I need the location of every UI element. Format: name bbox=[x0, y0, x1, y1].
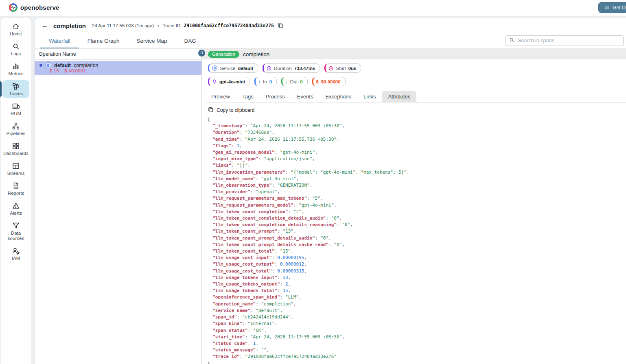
json-key: "llm_invocation_parameters" bbox=[207, 170, 285, 175]
json-key: "start_time" bbox=[207, 334, 245, 340]
json-comma: , bbox=[304, 262, 307, 267]
json-comma: , bbox=[312, 156, 315, 161]
chip-start: Start0us bbox=[324, 63, 361, 73]
sidebar-item-rum[interactable]: RUM bbox=[2, 100, 29, 118]
span-detail-header: Generation completion bbox=[202, 49, 626, 59]
detail-tab-links[interactable]: Links bbox=[357, 91, 382, 102]
json-comma: , bbox=[256, 341, 258, 346]
span-stats: Σ 15 $ <0.0001 bbox=[50, 68, 201, 73]
attribute-line: "status_code": 1, bbox=[207, 340, 626, 347]
table-icon bbox=[12, 162, 20, 170]
json-value: "gpt-4o-mini" bbox=[299, 203, 334, 208]
search-input[interactable] bbox=[517, 37, 620, 44]
copy-icon bbox=[278, 22, 283, 29]
json-colon: : bbox=[258, 156, 264, 161]
search-icon bbox=[509, 37, 514, 44]
json-key: "trace_id" bbox=[207, 354, 239, 359]
json-key: "openinference_span_kind" bbox=[207, 294, 280, 300]
tab-dag[interactable]: DAG bbox=[176, 33, 205, 48]
json-colon: : bbox=[245, 123, 250, 129]
json-comma: , bbox=[320, 196, 323, 201]
sidebar-item-traces[interactable]: Traces bbox=[2, 80, 29, 98]
json-value: "gpt-4o-mini" bbox=[261, 176, 296, 181]
panel-drag-handle[interactable] bbox=[198, 50, 205, 57]
json-value: "LLM" bbox=[285, 294, 299, 300]
json-colon: : bbox=[275, 262, 280, 267]
sidebar-item-streams[interactable]: Streams bbox=[2, 160, 29, 178]
sidebar-item-reports[interactable]: Reports bbox=[2, 180, 29, 198]
sidebar-item-logs[interactable]: Logs bbox=[2, 40, 29, 58]
detail-tab-exceptions[interactable]: Exceptions bbox=[319, 91, 357, 102]
detail-tab-process[interactable]: Process bbox=[260, 91, 291, 102]
json-colon: : bbox=[277, 275, 282, 280]
json-key: "span_kind" bbox=[207, 321, 242, 326]
detail-tab-events[interactable]: Events bbox=[291, 91, 320, 102]
search-icon bbox=[12, 42, 20, 50]
attribute-line: "gen_ai_response_model": "gpt-4o-mini", bbox=[207, 149, 626, 156]
json-colon: : bbox=[247, 328, 253, 333]
view-tabs-row: WaterfallFlame GraphService MapDAG bbox=[35, 33, 626, 49]
json-key: "llm_token_count_prompt_details_cache_re… bbox=[207, 242, 328, 247]
tab-flame-graph[interactable]: Flame Graph bbox=[79, 33, 128, 48]
attribute-line: "llm_observation_type": "GENERATION", bbox=[207, 182, 626, 189]
sidebar-item-metrics[interactable]: Metrics bbox=[2, 60, 29, 78]
attribute-line: "_timestamp": "Apr 24, 2026 11:17:55.003… bbox=[207, 123, 626, 129]
attribute-line: "llm_token_count_completion_details_audi… bbox=[207, 215, 626, 222]
json-comma: , bbox=[350, 222, 353, 227]
sidebar-item-dashboards[interactable]: Dashboards bbox=[2, 140, 29, 158]
json-colon: : bbox=[328, 242, 334, 247]
sidebar-item-alerts[interactable]: Alerts bbox=[2, 200, 29, 218]
json-colon: : bbox=[307, 196, 312, 201]
attribute-line: { bbox=[207, 116, 626, 123]
span-dot-icon bbox=[39, 64, 42, 67]
sidebar-item-label: RUM bbox=[11, 111, 21, 116]
attribute-line: } bbox=[207, 360, 626, 364]
json-comma: , bbox=[296, 176, 299, 181]
chip-label: Out bbox=[290, 79, 298, 84]
sidebar-item-iam[interactable]: IAM bbox=[2, 245, 29, 263]
copy-to-clipboard-button[interactable]: Copy to clipboard bbox=[208, 107, 254, 113]
attribute-line: "llm_usage_tokens_total": 15, bbox=[207, 288, 626, 294]
chip-value: 0 bbox=[300, 79, 302, 84]
funnel-icon bbox=[12, 222, 20, 230]
json-comma: , bbox=[291, 314, 293, 320]
brand-logo[interactable]: openobserve bbox=[9, 3, 59, 12]
json-key: "llm_usage_tokens_output" bbox=[207, 281, 280, 287]
json-colon: : bbox=[337, 222, 342, 227]
detail-tab-attributes[interactable]: Attributes bbox=[382, 91, 416, 102]
json-colon: : bbox=[280, 281, 285, 287]
json-value: "0" bbox=[331, 216, 339, 221]
json-value: "OK" bbox=[253, 328, 264, 333]
sidebar-item-label: Traces bbox=[9, 91, 23, 96]
span-row[interactable]: B default completion Σ 15 $ <0.0001 bbox=[35, 61, 201, 75]
attribute-line: "llm_usage_tokens_input": 13, bbox=[207, 275, 626, 281]
chip-label: Service bbox=[220, 66, 235, 71]
json-value: "gpt-4o-mini" bbox=[280, 150, 315, 155]
tab-waterfall[interactable]: Waterfall bbox=[40, 33, 79, 48]
back-button[interactable]: ← bbox=[40, 22, 50, 30]
detail-tab-tags[interactable]: Tags bbox=[236, 91, 259, 102]
sidebar-item-label: Dashboards bbox=[3, 151, 28, 156]
sidebar-item-label: Logs bbox=[11, 51, 21, 57]
panels: Operation Name B default completion Σ 15… bbox=[35, 49, 626, 364]
copy-trace-id-button[interactable] bbox=[278, 22, 283, 29]
json-colon: : bbox=[239, 130, 245, 135]
chip-value: default bbox=[238, 66, 253, 71]
trace-id-label: Trace ID: bbox=[162, 23, 182, 28]
document-icon bbox=[12, 182, 20, 190]
json-value: "0" bbox=[342, 222, 350, 227]
json-comma: , bbox=[342, 123, 345, 129]
json-value: "default" bbox=[256, 308, 280, 313]
tab-service-map[interactable]: Service Map bbox=[128, 33, 176, 48]
sidebar-item-home[interactable]: Home bbox=[2, 20, 29, 38]
span-detail-panel: Generation completion BServicedefaultDur… bbox=[202, 49, 626, 364]
detail-tab-preview[interactable]: Preview bbox=[205, 91, 236, 102]
json-comma: , bbox=[247, 163, 250, 168]
get-openobserve-button[interactable]: Get Open bbox=[598, 2, 626, 13]
json-value: 15 bbox=[282, 288, 288, 293]
json-colon: : bbox=[285, 170, 291, 175]
json-value: 0.0000012 bbox=[280, 262, 304, 267]
sidebar-item-data-sources[interactable]: Data sources bbox=[2, 220, 29, 243]
sidebar-item-pipelines[interactable]: Pipelines bbox=[2, 120, 29, 138]
attribute-line: "llm_usage_tokens_output": 2, bbox=[207, 281, 626, 288]
